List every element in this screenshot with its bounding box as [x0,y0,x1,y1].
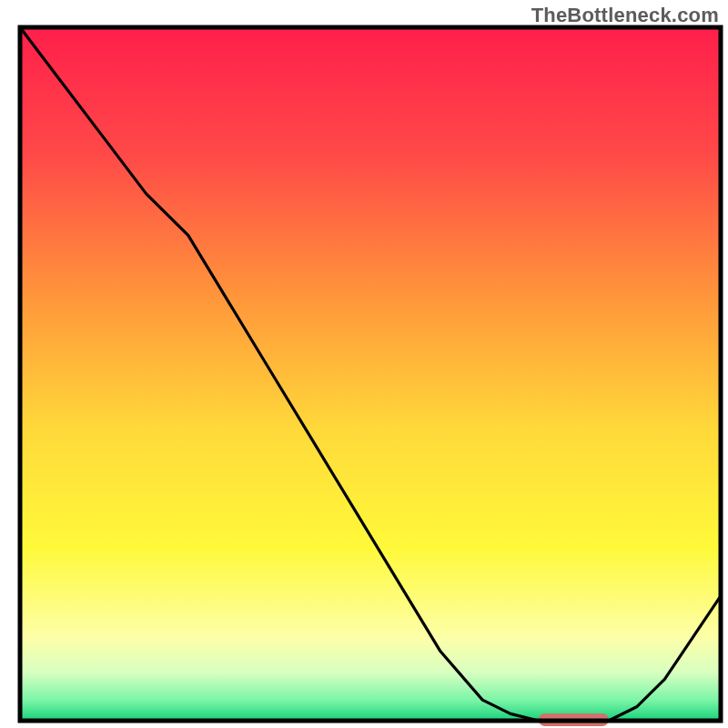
watermark-label: TheBottleneck.com [531,4,719,27]
bottleneck-chart [0,0,728,728]
heatmap-background [20,27,721,721]
chart-container: TheBottleneck.com [0,0,728,728]
